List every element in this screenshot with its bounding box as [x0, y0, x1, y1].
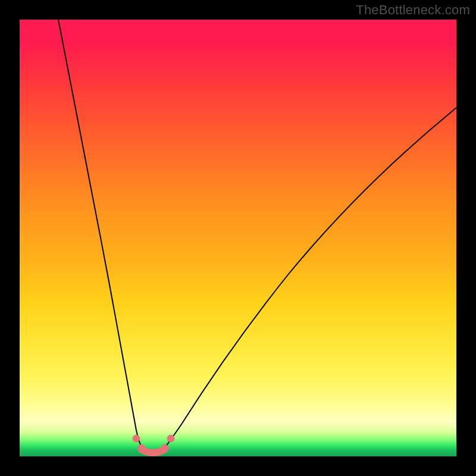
valley-dot [167, 435, 174, 442]
valley-dot [161, 444, 168, 452]
watermark-text: TheBottleneck.com [356, 2, 470, 18]
right-curve [161, 108, 456, 452]
plot-area [20, 20, 456, 456]
valley-dot [138, 444, 145, 452]
valley-dot [133, 435, 140, 442]
chart-root: TheBottleneck.com [0, 0, 476, 476]
curves-svg [20, 20, 456, 456]
left-curve [58, 20, 145, 452]
